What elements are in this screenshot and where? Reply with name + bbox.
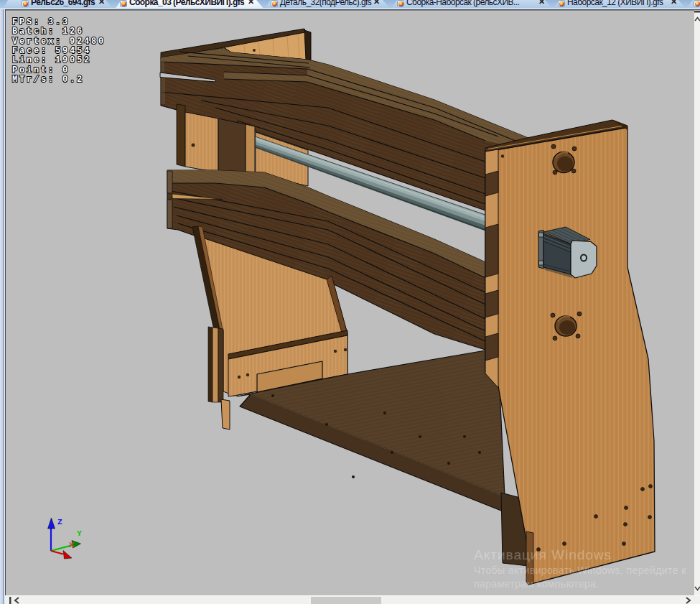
svg-text:Point: 0: Point: 0: [12, 65, 70, 75]
svg-text:Face: 59454: Face: 59454: [12, 46, 91, 56]
svg-text:MTr/s: 0.2: MTr/s: 0.2: [12, 75, 84, 85]
svg-text:Y: Y: [77, 529, 82, 538]
svg-text:X: X: [69, 540, 74, 549]
svg-text:Z: Z: [57, 517, 62, 526]
svg-text:Vertex: 92480: Vertex: 92480: [12, 37, 106, 47]
svg-text:Batch: 126: Batch: 126: [12, 27, 84, 37]
svg-text:FPS: 3.3: FPS: 3.3: [12, 17, 70, 27]
svg-text:Активация Windows: Активация Windows: [474, 547, 612, 562]
svg-text:параметрам компьютера.: параметрам компьютера.: [474, 578, 599, 590]
svg-text:Чтобы активировать Windows, пе: Чтобы активировать Windows, перейдите к: [474, 564, 686, 576]
svg-text:Line: 19052: Line: 19052: [12, 55, 91, 65]
